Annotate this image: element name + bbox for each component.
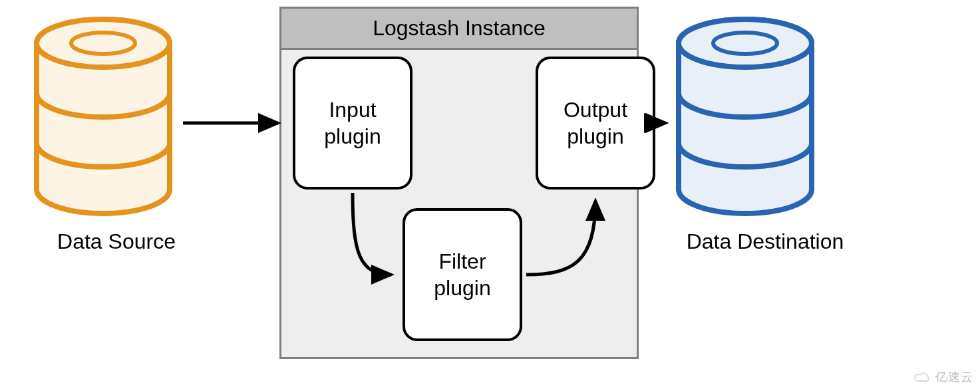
cloud-icon (914, 371, 931, 383)
output-plugin-label-1: Output (564, 96, 627, 123)
data-destination-label: Data Destination (665, 229, 865, 254)
database-icon (27, 13, 180, 219)
input-plugin-box: Input plugin (293, 57, 412, 190)
input-plugin-label-2: plugin (324, 123, 381, 150)
filter-plugin-label-2: plugin (434, 275, 490, 301)
svg-point-4 (679, 19, 812, 67)
watermark-text: 亿速云 (935, 369, 973, 385)
filter-plugin-box: Filter plugin (403, 208, 522, 341)
data-source-label: Data Source (40, 229, 193, 254)
input-plugin-label-1: Input (329, 96, 376, 123)
instance-title: Logstash Instance (281, 9, 637, 50)
output-plugin-box: Output plugin (536, 57, 655, 190)
filter-plugin-label-1: Filter (438, 248, 486, 275)
database-icon (669, 13, 822, 219)
diagram-canvas: Data Source Data Destination Logstash In… (0, 0, 980, 389)
output-plugin-label-2: plugin (567, 123, 623, 150)
svg-point-1 (37, 19, 170, 67)
watermark: 亿速云 (914, 369, 973, 385)
data-destination-cylinder (669, 13, 822, 222)
data-source-cylinder (27, 13, 180, 222)
